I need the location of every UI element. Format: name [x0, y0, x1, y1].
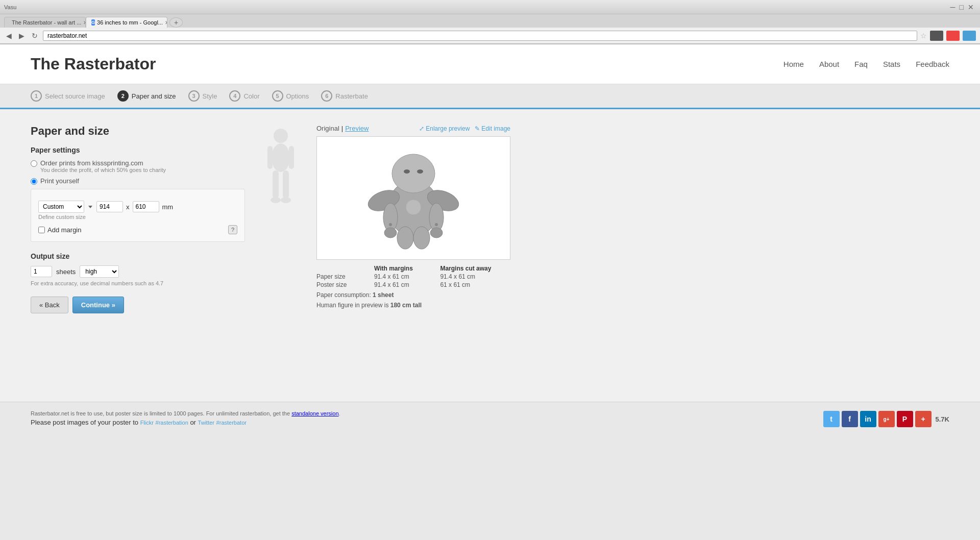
tab-rasterbator[interactable]: The Rasterbator - wall art ... ✕	[4, 17, 86, 28]
tab-close-2[interactable]: ✕	[165, 20, 167, 26]
standalone-version-link[interactable]: standalone version	[291, 410, 338, 416]
paper-size-label: Paper size	[316, 273, 366, 280]
step-6-label: Rasterbate	[335, 92, 368, 100]
facebook-share-btn[interactable]: f	[842, 411, 858, 427]
left-panel: Paper and size Paper settings Order prin…	[31, 125, 245, 313]
nav-home[interactable]: Home	[783, 60, 804, 68]
svg-point-11	[404, 169, 410, 174]
window-user: Vasu	[4, 4, 16, 10]
order-prints-radio[interactable]	[31, 160, 37, 167]
tab-google[interactable]: G 36 inches to mm - Googl... ✕	[86, 17, 167, 28]
hashtag-rasterbator-link[interactable]: #rasterbator	[216, 420, 247, 426]
address-input[interactable]	[43, 31, 917, 41]
close-btn[interactable]: ✕	[968, 3, 974, 11]
add-margin-checkbox[interactable]	[38, 227, 45, 233]
output-size-title: Output size	[31, 252, 245, 260]
browser-chrome: Vasu ─ □ ✕ The Rasterbator - wall art ..…	[0, 0, 980, 44]
continue-button[interactable]: Continue »	[72, 297, 124, 313]
original-tab[interactable]: Original	[316, 125, 339, 132]
address-bar-row: ◀ ▶ ↻ ☆	[0, 28, 980, 44]
svg-point-12	[417, 169, 423, 174]
svg-point-23	[435, 223, 438, 226]
extension-icon-2	[946, 31, 960, 41]
pinterest-share-btn[interactable]: P	[897, 411, 913, 427]
extension-icon-3	[963, 31, 976, 41]
new-tab-btn[interactable]: +	[169, 17, 183, 28]
footer-links: Please post images of your poster to Fli…	[31, 419, 949, 426]
step-2[interactable]: 2 Paper and size	[117, 90, 176, 102]
nav-about[interactable]: About	[819, 60, 839, 68]
step-2-num: 2	[117, 90, 129, 102]
enlarge-preview-link[interactable]: ⤢ Enlarge preview	[419, 125, 470, 132]
poster-size-label: Poster size	[316, 281, 366, 288]
stats-table: With margins Margins cut away Paper size…	[316, 265, 510, 288]
step-5-label: Options	[286, 92, 309, 100]
stats-header-with-margins: With margins	[374, 265, 432, 272]
googleplus2-share-btn[interactable]: +	[915, 411, 932, 427]
dropdown-arrow-icon	[87, 204, 93, 210]
social-row: t f in g+ P + 5.7K	[823, 411, 949, 427]
help-button[interactable]: ?	[228, 225, 237, 234]
stats-header-cut-away: Margins cut away	[440, 265, 510, 272]
robot-preview-image	[362, 142, 464, 254]
preview-tab[interactable]: Preview	[345, 125, 369, 132]
step-3[interactable]: 3 Style	[188, 90, 217, 102]
edit-icon: ✎	[475, 125, 480, 132]
output-size-section: Output size sheets high medium low For e…	[31, 252, 245, 286]
svg-point-20	[413, 227, 430, 249]
back-button[interactable]: « Back	[31, 297, 68, 313]
step-1-num: 1	[31, 90, 42, 102]
page-content: The Rasterbator Home About Faq Stats Fee…	[0, 44, 980, 402]
paper-size-with-margins: 91.4 x 61 cm	[374, 273, 432, 280]
size-separator: x	[126, 203, 130, 211]
right-panel: Original | Preview ⤢ Enlarge preview ✎ E…	[316, 125, 510, 313]
main-area: Paper and size Paper settings Order prin…	[0, 109, 980, 329]
linkedin-share-btn[interactable]: in	[860, 411, 876, 427]
forward-nav-btn[interactable]: ▶	[17, 31, 27, 41]
consumption-value: 1 sheet	[373, 291, 394, 299]
print-yourself-option: Print yourself	[31, 177, 245, 185]
nav-feedback[interactable]: Feedback	[916, 60, 949, 68]
step-1[interactable]: 1 Select source image	[31, 90, 105, 102]
paper-settings-title: Paper settings	[31, 146, 245, 154]
maximize-btn[interactable]: □	[960, 3, 964, 11]
flickr-link[interactable]: Flickr	[140, 420, 154, 426]
site-title: The Rasterbator	[31, 55, 156, 73]
back-nav-btn[interactable]: ◀	[4, 31, 14, 41]
paper-size-select[interactable]: Custom	[38, 201, 84, 213]
print-yourself-label: Print yourself	[40, 177, 79, 185]
nav-stats[interactable]: Stats	[883, 60, 900, 68]
human-figure-text: Human figure in preview is 180 cm tall	[316, 302, 510, 309]
minimize-btn[interactable]: ─	[950, 3, 955, 11]
sheets-label: sheets	[56, 268, 76, 276]
nav-faq[interactable]: Faq	[854, 60, 868, 68]
print-yourself-radio[interactable]	[31, 178, 37, 185]
svg-point-21	[406, 200, 421, 215]
svg-point-18	[430, 228, 443, 238]
sheets-input[interactable]	[31, 266, 52, 277]
height-input[interactable]	[133, 201, 159, 212]
extension-icon-1	[930, 31, 943, 41]
svg-rect-5	[273, 170, 279, 199]
edit-image-link[interactable]: ✎ Edit image	[475, 125, 510, 132]
browser-titlebar: Vasu ─ □ ✕	[0, 0, 980, 14]
site-header: The Rasterbator Home About Faq Stats Fee…	[0, 44, 980, 84]
quality-select[interactable]: high medium low	[80, 265, 119, 278]
preview-header: Original | Preview ⤢ Enlarge preview ✎ E…	[316, 125, 510, 132]
svg-marker-0	[88, 206, 92, 208]
step-5[interactable]: 5 Options	[272, 90, 309, 102]
reload-btn[interactable]: ↻	[30, 31, 40, 41]
bookmark-icon[interactable]: ☆	[920, 32, 927, 40]
step-4[interactable]: 4 Color	[229, 90, 259, 102]
width-input[interactable]	[96, 201, 123, 212]
social-count: 5.7K	[936, 415, 949, 423]
hashtag-rasterbation-link[interactable]: #rasterbation	[156, 420, 188, 426]
twitter-link[interactable]: Twitter	[198, 420, 214, 426]
svg-point-1	[274, 129, 288, 143]
paper-size-cut-away: 91.4 x 61 cm	[440, 273, 510, 280]
googleplus-share-btn[interactable]: g+	[878, 411, 895, 427]
twitter-share-btn[interactable]: t	[823, 411, 840, 427]
step-6[interactable]: 6 Rasterbate	[321, 90, 368, 102]
add-margin-label: Add margin	[38, 226, 81, 234]
step-3-num: 3	[188, 90, 200, 102]
